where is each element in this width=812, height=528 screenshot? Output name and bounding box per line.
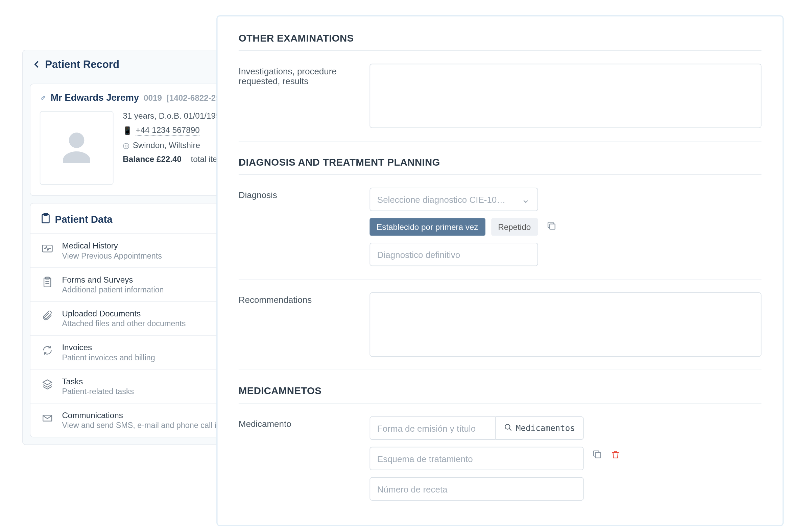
svg-rect-6 <box>549 224 555 230</box>
patient-record-title: Patient Record <box>45 58 119 71</box>
heartbeat-icon <box>41 242 54 255</box>
medicamento-label: Medicamento <box>239 416 352 501</box>
clinical-form-panel: OTHER EXAMINATIONS Investigations, proce… <box>216 15 784 526</box>
recommendations-label: Recommendations <box>239 292 352 357</box>
section-medicamentos-title: MEDICAMNETOS <box>239 385 762 404</box>
patient-data-header: Patient Data <box>55 214 113 225</box>
copy-icon[interactable] <box>546 220 556 234</box>
patient-balance: Balance £22.40 <box>123 155 182 164</box>
avatar-placeholder <box>40 111 114 185</box>
patient-location: Swindon, Wiltshire <box>133 140 200 150</box>
diagnosis-label: Diagnosis <box>239 188 352 266</box>
patient-name: Mr Edwards Jeremy <box>51 92 139 103</box>
section-diag-treat-title: DIAGNOSIS AND TREATMENT PLANNING <box>239 157 762 175</box>
envelope-icon <box>41 412 54 425</box>
toggle-repeated[interactable]: Repetido <box>491 218 537 236</box>
investigations-textarea[interactable] <box>369 64 761 128</box>
svg-rect-8 <box>595 453 601 458</box>
medicamentos-search-label: Medicamentos <box>516 424 575 433</box>
recommendations-textarea[interactable] <box>369 292 761 357</box>
diagnosis-select-placeholder: Seleccione diagnostico CIE-10… <box>377 194 505 204</box>
paperclip-icon <box>41 310 54 323</box>
section-other-examinations-title: OTHER EXAMINATIONS <box>239 33 762 51</box>
receta-input[interactable] <box>369 477 583 501</box>
diagnosis-select[interactable]: Seleccione diagnostico CIE-10… ⌄ <box>369 188 538 211</box>
toggle-first-time[interactable]: Establecido por primera vez <box>369 218 485 236</box>
diagnosis-definitive-input[interactable] <box>369 243 538 266</box>
patient-phone: +44 1234 567890 <box>135 125 200 135</box>
medicamento-forma-input[interactable] <box>369 416 495 440</box>
phone-icon: 📱 <box>123 126 132 135</box>
chevron-down-icon: ⌄ <box>521 193 530 206</box>
clipboard-icon <box>41 213 50 226</box>
refresh-icon <box>41 344 54 357</box>
investigations-label: Investigations, procedure requested, res… <box>239 64 352 128</box>
esquema-input[interactable] <box>369 447 583 470</box>
medicamentos-search-button[interactable]: Medicamentos <box>495 416 584 440</box>
chevron-left-icon[interactable] <box>33 59 41 70</box>
pin-icon: ◎ <box>123 141 129 149</box>
copy-icon[interactable] <box>592 449 603 463</box>
patient-id-short: 0019 <box>144 93 162 102</box>
svg-rect-5 <box>43 415 52 421</box>
clipboard-list-icon <box>41 276 54 289</box>
svg-point-7 <box>505 424 510 429</box>
svg-rect-0 <box>42 215 49 223</box>
male-icon: ♂ <box>40 93 46 102</box>
layers-icon <box>41 378 54 391</box>
search-icon <box>504 423 512 433</box>
trash-icon[interactable] <box>610 450 620 463</box>
